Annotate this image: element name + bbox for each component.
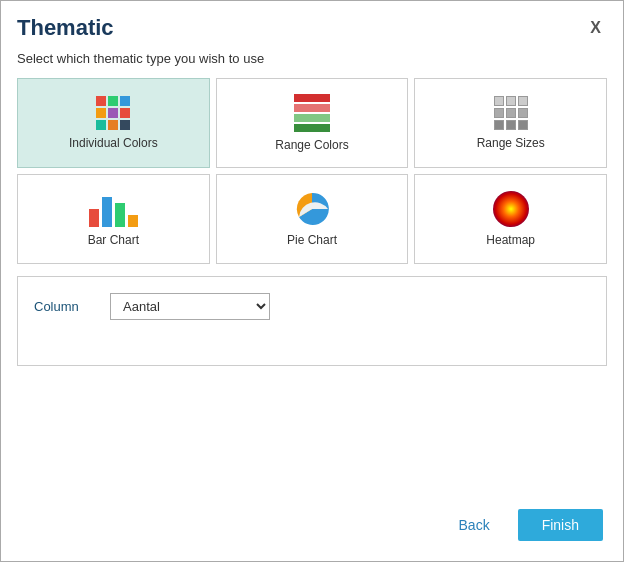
finish-button[interactable]: Finish	[518, 509, 603, 541]
dialog-title: Thematic	[17, 15, 114, 41]
option-bar-chart[interactable]: Bar Chart	[17, 174, 210, 264]
pie-chart-icon	[294, 191, 330, 227]
option-range-colors[interactable]: Range Colors	[216, 78, 409, 168]
back-button[interactable]: Back	[443, 511, 506, 539]
option-heatmap[interactable]: Heatmap	[414, 174, 607, 264]
range-colors-icon	[294, 94, 330, 132]
settings-panel: Column Aantal Column1 Column2	[17, 276, 607, 366]
column-label: Column	[34, 299, 94, 314]
option-pie-chart[interactable]: Pie Chart	[216, 174, 409, 264]
close-button[interactable]: X	[584, 17, 607, 39]
column-select[interactable]: Aantal Column1 Column2	[110, 293, 270, 320]
option-label-range-sizes: Range Sizes	[477, 136, 545, 150]
option-label-pie-chart: Pie Chart	[287, 233, 337, 247]
option-individual-colors[interactable]: Individual Colors	[17, 78, 210, 168]
individual-colors-icon	[96, 96, 130, 130]
option-label-individual-colors: Individual Colors	[69, 136, 158, 150]
dialog-subtitle: Select which thematic type you wish to u…	[1, 47, 623, 78]
thematic-dialog: Thematic X Select which thematic type yo…	[0, 0, 624, 562]
dialog-header: Thematic X	[1, 1, 623, 47]
option-label-bar-chart: Bar Chart	[88, 233, 139, 247]
heatmap-icon	[493, 191, 529, 227]
dialog-footer: Back Finish	[1, 497, 623, 561]
bar-chart-icon	[89, 191, 138, 227]
option-label-range-colors: Range Colors	[275, 138, 348, 152]
option-label-heatmap: Heatmap	[486, 233, 535, 247]
settings-row: Column Aantal Column1 Column2	[34, 293, 270, 320]
option-range-sizes[interactable]: Range Sizes	[414, 78, 607, 168]
range-sizes-icon	[494, 96, 528, 130]
options-grid: Individual Colors Range Colors	[1, 78, 623, 272]
